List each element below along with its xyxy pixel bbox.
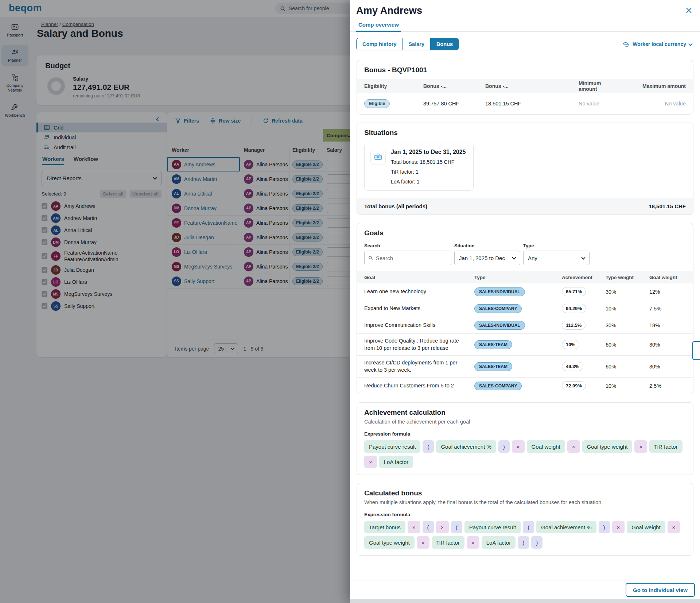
goal-name: Reduce Churn Customers From 5 to 2 [364,382,474,390]
bottom-strip [350,599,700,603]
formula-chip: LoA factor [379,456,413,468]
goal-name: Increase CI/CD deployments from 1 per we… [364,359,474,374]
situation-period: Jan 1, 2025 to Dec 31, 2025 [391,149,466,155]
goals-search-input[interactable] [376,255,447,261]
edge-peek-button[interactable] [692,341,700,360]
type-label: Type [523,243,590,248]
currency-toggle[interactable]: Worker local currency [623,41,692,47]
close-icon[interactable] [686,7,692,15]
goal-row: Expand to New Markets SALES-COMPANY 94.2… [357,300,693,317]
col-eligibility: Eligibility [364,83,423,89]
chevron-down-icon [581,255,585,259]
total-bonus-label: Total bonus (all periods) [364,203,427,209]
goal-row: Improve Communication Skills SALES-INDIV… [357,317,693,334]
formula-chip: TiR factor [432,536,464,549]
calculated-bonus-card: Calculated bonus When multiple situation… [357,483,693,556]
formula-chip: Goal type weight [582,440,633,453]
bonus-table-headers: Eligibility Bonus -... Bonus -... Minimu… [357,79,693,93]
achievement-badge: 10% [562,340,579,349]
goal-name: Improve Code Quality : Reduce bug rate f… [364,337,474,352]
situation-select-value: Jan 1, 2025 to Dec [459,255,505,261]
goal-weight-value: 2.5% [649,383,686,389]
col-achievement: Achievement [562,275,606,280]
situations-card: Situations Jan 1, 2025 to Dec 31, 2025 T… [357,123,693,215]
goal-weight-value: 30% [649,364,686,370]
achievement-badge: 65.71% [562,287,586,296]
segment-salary[interactable]: Salary [402,38,430,50]
formula-chip: Payout curve result [464,521,521,533]
goals-situation-field: Situation Jan 1, 2025 to Dec [454,243,520,265]
situation-loa-factor: LoA factor: 1 [391,179,466,185]
chevron-down-icon [512,255,516,259]
segment-comp-history[interactable]: Comp history [357,38,402,50]
goal-name: Expand to New Markets [364,305,474,312]
formula-chip: Goal weight [527,440,565,453]
goal-row: Learn one new technology SALES-INDIVIDUA… [357,283,693,300]
achievement-badge: 94.29% [562,304,586,313]
goal-type-badge: SALES-COMPANY [474,304,522,313]
formula-chip: Σ [436,521,449,533]
currency-toggle-label: Worker local currency [633,41,686,47]
formula-chip: Target bonus [364,521,405,533]
bonus-table-row: Eligible 39,757.80 CHF 18,501.15 CHF No … [357,93,693,114]
goals-type-field: Type Any [523,243,590,265]
formula-chip: ( [523,521,534,533]
go-to-individual-view-button[interactable]: Go to individual view [626,583,695,597]
achievement-badge: 112.5% [562,321,586,330]
goal-type-badge: SALES-TEAM [474,340,512,349]
col-minimum-amount: Minimum amount [579,80,609,92]
total-bonus-value: 18,501.15 CHF [649,203,686,209]
drawer-header: Amy Andrews [350,0,700,16]
goal-weight-value: 18% [649,322,686,328]
minimum-amount-value: No value [579,101,609,107]
expression-formula-label: Expression formula [357,425,693,437]
col-goal-weight: Goal weight [649,275,686,280]
goal-weight-value: 30% [649,342,686,348]
total-bonus-bar: Total bonus (all periods) 18,501.15 CHF [357,198,693,214]
formula-chip: × [417,536,429,549]
bonus-card: Bonus - BQVP1001 Eligibility Bonus -... … [357,60,693,115]
app-root: beqom Search for people Passport Planner… [0,0,700,603]
type-weight-value: 60% [606,364,649,370]
goals-filters: Search Situation Jan 1, 2025 to Dec [357,237,693,265]
drawer-controls: Comp history Salary Bonus Worker local c… [356,38,692,50]
goal-weight-value: 7.5% [649,306,686,312]
formula-chip: × [634,440,647,453]
goal-weight-value: 12% [649,289,686,295]
expression-formula-label: Expression formula [357,505,693,517]
col-type-weight: Type weight [606,275,649,280]
drawer-footer: Go to individual view [350,580,700,599]
bonus-value-1: 39,757.80 CHF [423,101,485,107]
drawer-body: Bonus - BQVP1001 Eligibility Bonus -... … [350,50,700,556]
situation-total-bonus: Total bonus: 18,501.15 CHF [391,159,466,165]
goal-name: Learn one new technology [364,288,474,295]
formula-chip: Goal achievement % [436,440,496,453]
formula-chip: LoA factor [482,536,516,549]
coins-icon [623,42,630,47]
goals-search-input-wrap[interactable] [364,251,451,265]
maximum-amount-value: No value [609,101,686,107]
col-type: Type [474,275,562,280]
situations-title: Situations [357,123,693,137]
formula-chip: Payout curve result [364,440,420,453]
type-select[interactable]: Any [523,251,590,265]
goal-type-badge: SALES-COMPANY [474,382,522,390]
formula-chip: ) [599,521,610,533]
formula-chip: × [612,521,625,533]
goal-name: Improve Communication Skills [364,322,474,329]
formula-chip: × [408,521,420,533]
col-maximum-amount: Maximum amount [609,83,686,89]
achievement-calc-title: Achievement calculation [357,403,693,417]
formula-chip: × [668,521,680,533]
col-bonus-2: Bonus -... [485,83,579,89]
achievement-calculation-card: Achievement calculation Calculation of t… [357,402,693,475]
goal-type-badge: SALES-INDIVIDUAL [474,287,525,296]
segment-bonus[interactable]: Bonus [430,38,459,50]
tab-comp-overview[interactable]: Comp overview [356,19,401,32]
comp-segmented-control: Comp history Salary Bonus [356,38,459,50]
situation-select[interactable]: Jan 1, 2025 to Dec [454,251,520,265]
col-goal: Goal [364,275,474,280]
calculated-bonus-subtitle: When multiple situations apply, the fina… [357,497,693,505]
briefcase-icon [370,149,386,165]
situation-period-card[interactable]: Jan 1, 2025 to Dec 31, 2025 Total bonus:… [364,143,474,191]
